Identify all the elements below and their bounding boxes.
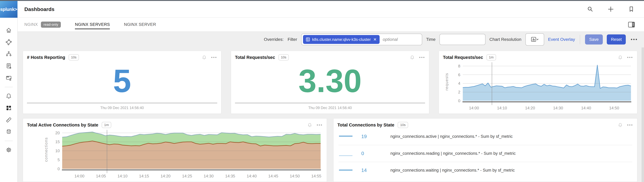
filter-chip-text: k8s.cluster.name:qlvv-k3s-cluster [312,37,371,42]
svg-text:requests: requests [444,73,449,91]
svg-text:14:10: 14:10 [118,174,128,178]
svg-text:14:20: 14:20 [160,174,170,178]
overrides-label: Overrides: [264,37,284,42]
filter-label: Filter [288,37,297,42]
resolution-badge: 1m [486,54,496,60]
series-swatch [338,133,361,140]
series-label: nginx_connections.reading | nginx_connec… [390,151,632,156]
alert-bell-icon[interactable] [618,122,623,128]
home-icon [5,27,12,34]
time-label: Time [426,37,436,42]
dashboard-group-tabs: NGINX read-only NGINX SERVERS NGINX SERV… [18,18,644,31]
sidebar-item-apm[interactable] [5,38,12,46]
reset-button[interactable]: Reset [607,34,626,44]
series-swatch [338,167,361,174]
dashboard-grid: # Hosts Reporting 10s ••• 5 Thu 09 Dec 2… [18,47,644,182]
sidebar-item-log-observer[interactable] [5,62,12,70]
sidebar-item-rum[interactable] [5,74,12,82]
svg-text:14:55: 14:55 [311,174,321,178]
page-title: Dashboards [24,6,54,12]
card-divider [235,103,425,103]
svg-text:2: 2 [458,90,460,94]
dimension-icon [306,37,310,42]
chart-menu-icon[interactable]: ••• [627,55,633,60]
sidebar-item-infrastructure[interactable] [5,50,12,58]
save-button[interactable]: Save [585,34,603,44]
card-active-connections-chart: Total Active Connections by State 1m •••… [23,118,327,182]
left-nav-rail: splunk> [0,1,18,182]
requests-line-chart[interactable]: 0246814:0014:1014:2014:3014:4014:50reque… [443,60,633,110]
chart-menu-icon[interactable]: ••• [211,55,217,60]
single-value: 5 [27,60,217,103]
svg-text:5: 5 [58,158,60,162]
database-cylinder-icon [5,128,12,135]
time-input[interactable] [440,34,486,45]
svg-text:4: 4 [458,81,460,86]
svg-text:14:25: 14:25 [182,174,192,178]
svg-text:14:05: 14:05 [96,174,106,178]
tab-nginx-server[interactable]: NGINX SERVER [124,18,156,31]
read-only-badge: read-only [41,21,61,28]
tab-nginx-servers[interactable]: NGINX SERVERS [75,18,110,31]
right-panel-toggle-icon[interactable] [628,21,636,28]
chart-title: Total Active Connections by State [27,123,98,128]
svg-text:6: 6 [458,72,460,77]
sidebar-divider [5,87,13,87]
card-total-requests-single: Total Requests/sec 10s ••• 3.30 Thu 09 D… [231,51,430,114]
filter-chip[interactable]: k8s.cluster.name:qlvv-k3s-cluster ✕ [303,35,380,44]
browser-user-icon [5,74,12,82]
add-icon[interactable] [607,6,614,13]
svg-text:0: 0 [58,167,60,171]
tab-nginx[interactable]: NGINX read-only [24,18,61,31]
dashboards-grid-icon [5,104,12,112]
bookmark-icon[interactable] [628,6,635,13]
overrides-bar: Overrides: Filter k8s.cluster.name:qlvv-… [18,31,644,47]
sidebar-item-metric-finder[interactable] [5,128,12,136]
overrides-more-icon[interactable]: ••• [631,37,638,42]
sidebar-item-home[interactable] [5,27,12,34]
chart-title: Total Connections by State [338,123,394,128]
single-value: 3.30 [235,60,425,103]
scrollbar[interactable] [642,47,644,182]
chart-resolution-dropdown[interactable] [526,33,544,46]
svg-text:14:35: 14:35 [225,174,235,178]
series-label: nginx_connections.active | nginx_connect… [390,134,632,139]
series-value[interactable]: 0 [361,151,390,156]
chart-title: # Hosts Reporting [27,55,65,60]
sidebar-item-metrics[interactable] [5,116,12,124]
chip-close-icon[interactable]: ✕ [373,37,377,42]
chart-resolution-icon [531,36,538,43]
event-overlay-link[interactable]: Event Overlay [548,37,575,42]
sidebar-item-alerts[interactable] [5,92,12,100]
splunk-logo[interactable]: splunk> [0,1,18,18]
bell-icon [5,93,12,100]
service-map-icon [5,39,12,46]
chart-menu-icon[interactable]: ••• [317,123,322,127]
svg-text:14:45: 14:45 [268,174,278,178]
resolution-badge: 1m [102,122,111,128]
search-icon[interactable] [587,6,594,13]
series-value[interactable]: 14 [361,168,390,173]
svg-text:14:10: 14:10 [497,106,507,110]
resolution-badge: 10s [398,122,408,128]
filter-input[interactable]: k8s.cluster.name:qlvv-k3s-cluster ✕ [301,34,422,45]
svg-text:14:40: 14:40 [247,174,257,178]
connections-area-chart[interactable]: 0510152014:0014:0514:1014:1514:2014:2514… [27,128,323,178]
series-value[interactable]: 19 [361,134,390,139]
sidebar-item-settings[interactable] [5,146,12,154]
alert-bell-icon[interactable] [202,55,207,60]
chart-menu-icon[interactable]: ••• [419,55,425,60]
alert-bell-icon[interactable] [410,55,415,60]
filter-optional-input[interactable] [383,37,413,42]
alert-bell-icon[interactable] [618,55,623,60]
top-app-bar: Dashboards [18,1,644,18]
svg-text:10: 10 [55,149,60,153]
splunk-logo-text: splunk> [0,7,17,12]
sidebar-item-dashboards[interactable] [5,104,12,112]
svg-text:8: 8 [458,64,460,68]
alert-bell-icon[interactable] [307,122,312,128]
sidebar-divider [5,141,13,141]
card-hosts-reporting: # Hosts Reporting 10s ••• 5 Thu 09 Dec 2… [23,51,221,114]
chart-menu-icon[interactable]: ••• [627,123,633,127]
svg-text:14:15: 14:15 [139,174,149,178]
